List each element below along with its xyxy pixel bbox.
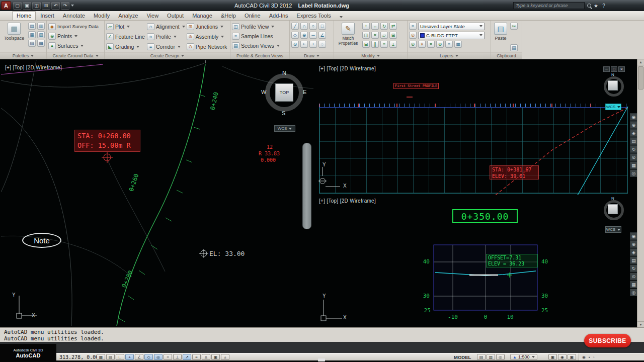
scale-tool-icon[interactable]: ⊞ [389,32,397,39]
zoom-icon[interactable]: ◈ [630,248,637,256]
viewport-controls-plan[interactable]: [+] [Top] [2D Wireframe] [5,65,62,70]
layer-off-icon[interactable]: ✕ [427,41,435,48]
layout-icon[interactable]: ▤ [477,354,486,360]
otrack-toggle[interactable]: = [164,354,172,360]
array-tool-icon[interactable]: ◫ [362,32,370,39]
tab-insert[interactable]: Insert [36,12,58,20]
junctions-button[interactable]: ⊞Junctions [187,22,230,31]
tab-home[interactable]: Home [12,11,36,20]
quickview-icon[interactable]: ◎ [496,354,505,360]
infer-toggle[interactable]: ▦ [97,354,105,360]
pipe-network-button[interactable]: ⊙Pipe Network [187,42,230,51]
trim-tool-icon[interactable]: ⊟ [362,41,370,48]
layout2-icon[interactable]: ▥ [487,354,495,360]
region-tool-icon[interactable]: ◌ [318,41,326,48]
panel-footer-draw[interactable]: Draw [290,52,334,59]
polyline-tool-icon[interactable]: ─ [309,32,317,39]
section-station-label[interactable]: 0+350.00 [452,209,518,223]
new-icon[interactable]: ▢ [13,2,22,10]
circle-tool-icon[interactable]: ○ [309,23,317,30]
pan-icon[interactable]: ⊕ [630,240,637,248]
tray-icon[interactable]: ◉ [582,355,586,359]
copy-icon[interactable]: ▤ [510,44,518,51]
qat-dropdown-caret[interactable] [71,5,74,7]
orbit-icon[interactable]: ▤ [630,256,637,264]
section-offset-elev-label[interactable]: OFFSET=7.31 ELEV = 36.23 [486,254,538,267]
help-icon[interactable]: ? [601,3,607,9]
match-properties-button[interactable]: ✎ Match Properties [336,22,361,51]
viewcube[interactable] [608,204,618,214]
panel-footer-modify[interactable]: Modify [334,52,407,59]
rectangle-tool-icon[interactable]: □ [318,23,326,30]
save-icon[interactable]: ◫ [32,2,41,10]
profile-view-button[interactable]: ◫Profile View [232,22,288,31]
profile-button[interactable]: ≈Profile [147,32,185,41]
layer-properties-icon[interactable]: ≡ [445,41,453,48]
sample-lines-button[interactable]: ≡Sample Lines [232,31,288,41]
layer-state-dropdown[interactable]: Unsaved Layer State [418,23,485,30]
viewcube[interactable] [608,80,618,90]
erase-tool-icon[interactable]: ✕ [371,32,379,39]
dyn-toggle[interactable]: ↗ [183,354,191,360]
showmotion-icon[interactable]: ↻ [630,264,637,272]
grid-toggle[interactable]: ∟ [116,354,124,360]
move-tool-icon[interactable]: + [362,23,370,30]
tray-icon[interactable]: ◦ [593,355,595,359]
qp-toggle[interactable]: ▣ [211,354,220,360]
zoom-icon[interactable]: ◈ [630,129,637,137]
viewcube-north[interactable]: N [611,72,614,77]
palette-icon[interactable]: ▥ [37,23,45,30]
viewport-controls-section[interactable]: [+] [Top] [2D Wireframe] [319,198,376,204]
section-views-button[interactable]: ▤Section Views [232,41,288,50]
tab-manage[interactable]: Manage [188,12,216,20]
command-line-window[interactable]: AutoCAD menu utilities loaded. AutoCAD m… [0,327,644,342]
open-icon[interactable]: ▣ [23,2,31,10]
panel-footer-create-ground-data[interactable]: Create Ground Data [47,52,104,59]
palette-icon[interactable]: ▧ [37,31,45,38]
palette-icon[interactable]: ▦ [28,31,36,38]
stretch-tool-icon[interactable]: ↔ [371,23,379,30]
wcs-dropdown[interactable]: WCS [605,104,621,110]
layer-dropdown[interactable]: C-BLDG-FTPT [418,32,485,39]
grid-nav-icon[interactable]: ▦ [630,161,637,169]
annotation-scale-control[interactable]: ▲ 1:500 [510,354,537,360]
parallel-tool-icon[interactable]: ∥ [371,41,379,48]
profile-station-elev-label[interactable]: STA: 0+381.67 ELEV: 39.01 [490,165,539,179]
orbit-icon[interactable]: ▤ [630,137,637,145]
showmotion-icon[interactable]: ↻ [630,145,637,153]
tab-express-tools[interactable]: Express Tools [293,12,335,20]
tab-modify[interactable]: Modify [90,12,114,20]
viewcube-east[interactable]: E [303,89,306,95]
search-icon[interactable] [587,4,591,8]
arc-tool-icon[interactable]: ∩ [300,23,308,30]
steering-icon[interactable]: ⊙ [630,153,637,161]
layer-lock-icon[interactable]: ⊘ [436,41,444,48]
layer-on-icon[interactable]: ⊙ [409,41,417,48]
model-space-button[interactable]: MODEL [454,354,471,360]
steering-icon[interactable]: ⊙ [630,273,637,280]
viewcube-west[interactable]: W [261,89,266,95]
coordinate-readout[interactable]: 313.278, 0.000 [59,354,102,360]
panel-footer-profile-section-views[interactable]: Profile & Section Views [230,52,289,59]
grading-button[interactable]: ◣Grading [106,42,145,51]
annotation-visibility-icon[interactable]: ▣ [548,354,557,360]
toolspace-button[interactable]: ▦ Toolspace [2,22,27,51]
target-nav-icon[interactable]: ◎ [630,169,637,177]
ortho-toggle[interactable]: + [125,354,134,360]
hatch-tool-icon[interactable]: ⊕ [300,32,308,39]
palette-icon[interactable]: ▨ [28,40,36,47]
command-input-strip[interactable] [0,342,644,353]
palette-icon[interactable]: ▤ [28,23,36,30]
palette-icon[interactable]: ▩ [37,40,45,47]
tab-output[interactable]: Output [163,12,188,20]
import-survey-data-button[interactable]: ◆ Import Survey Data [48,22,103,31]
tab-analyze[interactable]: Analyze [114,12,142,20]
wcs-dropdown[interactable]: WCS [274,125,295,132]
viewport-restore-icon[interactable]: □ [611,66,617,72]
panel-footer-layers[interactable]: Layers [408,52,491,59]
tpy-toggle[interactable]: Δ [202,354,210,360]
full-nav-wheel-icon[interactable]: ◉ [630,113,637,121]
ducs-toggle[interactable]: ⊥ [173,354,182,360]
subscribe-button[interactable]: SUBSCRIBE [584,334,631,347]
snap-toggle[interactable]: ▤ [106,354,115,360]
